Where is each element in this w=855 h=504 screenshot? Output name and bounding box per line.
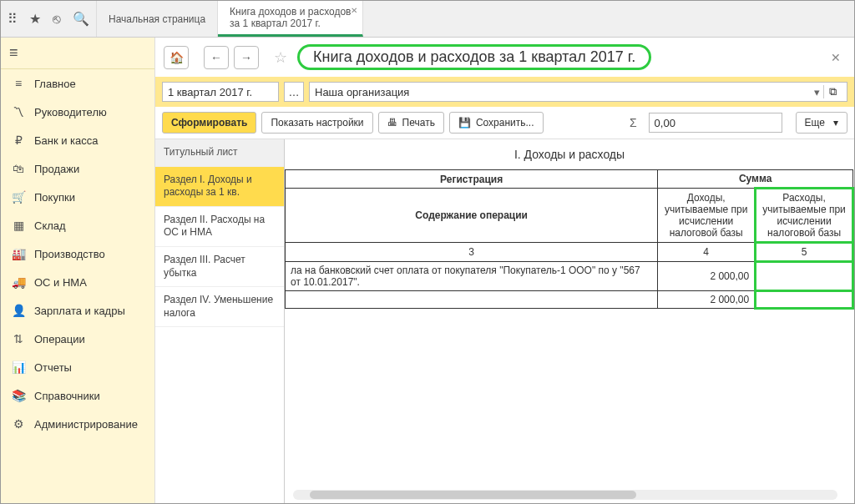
nav-assets[interactable]: 🚚ОС и НМА — [1, 268, 154, 296]
nav-main[interactable]: ≡Главное — [1, 69, 154, 98]
bag-icon: 🛍 — [11, 162, 26, 175]
nav-manager[interactable]: 〽Руководителю — [1, 98, 154, 126]
col-sum: Сумма — [658, 170, 853, 189]
books-icon: 📚 — [11, 389, 26, 402]
tab-report[interactable]: Книга доходов и расходов за 1 квартал 20… — [218, 1, 363, 37]
col-content: Содержание операции — [286, 189, 658, 243]
organization-field[interactable]: Наша организация ▾ ⧉ — [309, 82, 847, 102]
forward-button[interactable]: → — [234, 46, 259, 69]
section-3[interactable]: Раздел III. Расчет убытка — [155, 247, 284, 287]
printer-icon: 🖶 — [387, 117, 397, 129]
period-picker-button[interactable]: … — [284, 82, 304, 102]
col-income: Доходы, учитываемые при исчислении налог… — [658, 189, 756, 243]
nav-admin[interactable]: ⚙Администрирование — [1, 410, 154, 438]
cart-icon: 🛒 — [11, 190, 26, 204]
sigma-icon: Σ — [623, 116, 644, 129]
print-button[interactable]: 🖶Печать — [378, 112, 444, 134]
section-1[interactable]: Раздел I. Доходы и расходы за 1 кв. — [155, 167, 284, 207]
history-icon[interactable]: ⎋ — [53, 12, 61, 27]
save-button[interactable]: 💾Сохранить... — [449, 112, 544, 134]
grid-icon: ▦ — [11, 219, 26, 232]
nav-sales[interactable]: 🛍Продажи — [1, 154, 154, 183]
expand-icon[interactable]: ⧉ — [823, 85, 842, 98]
favorite-icon[interactable]: ☆ — [274, 48, 287, 67]
search-icon[interactable]: 🔍 — [73, 11, 89, 27]
back-button[interactable]: ← — [204, 46, 229, 69]
sum-field[interactable]: 0,00 — [649, 113, 782, 133]
col-num-3: 3 — [286, 243, 658, 262]
nav-operations[interactable]: ⇅Операции — [1, 325, 154, 353]
report-table-area[interactable]: I. Доходы и расходы Регистрация Сумма Со… — [285, 139, 854, 503]
tab-report-label-2: за 1 квартал 2017 г. — [230, 18, 351, 29]
horizontal-scrollbar[interactable] — [293, 490, 837, 500]
cell-income: 2 000,00 — [658, 262, 756, 291]
nav-catalogs[interactable]: 📚Справочники — [1, 381, 154, 410]
home-button[interactable]: 🏠 — [164, 46, 189, 69]
close-page-icon[interactable]: ✕ — [826, 51, 846, 64]
left-nav: ≡ ≡Главное 〽Руководителю ₽Банк и касса 🛍… — [1, 38, 155, 503]
col-expense: Расходы, учитываемые при исчислении нало… — [756, 189, 853, 243]
report-heading: I. Доходы и расходы — [285, 139, 854, 169]
scroll-thumb[interactable] — [310, 491, 636, 499]
col-num-5: 5 — [756, 243, 853, 262]
nav-menu-toggle[interactable]: ≡ — [1, 38, 154, 69]
table-row: ла на банковский счет оплата от покупате… — [286, 262, 853, 291]
show-settings-button[interactable]: Показать настройки — [261, 112, 372, 134]
section-title-page[interactable]: Титульный лист — [155, 139, 284, 167]
dropdown-icon[interactable]: ▾ — [811, 86, 823, 98]
person-icon: 👤 — [11, 304, 26, 317]
close-icon[interactable]: ✕ — [351, 6, 357, 15]
nav-salary[interactable]: 👤Зарплата и кадры — [1, 296, 154, 325]
nav-warehouse[interactable]: ▦Склад — [1, 211, 154, 239]
col-registration: Регистрация — [286, 170, 658, 189]
gear-icon: ⚙ — [11, 417, 26, 431]
tab-report-label-1: Книга доходов и расходов — [230, 6, 351, 18]
generate-button[interactable]: Сформировать — [162, 112, 256, 134]
tab-home[interactable]: Начальная страница — [97, 1, 218, 37]
nav-reports[interactable]: 📊Отчеты — [1, 353, 154, 381]
section-4[interactable]: Раздел IV. Уменьшение налога — [155, 287, 284, 327]
barchart-icon: 📊 — [11, 360, 26, 374]
hamburger-icon: ≡ — [9, 44, 18, 61]
period-field[interactable]: 1 квартал 2017 г. — [162, 82, 279, 102]
col-num-4: 4 — [658, 243, 756, 262]
cell-expense — [756, 262, 853, 291]
list-icon: ≡ — [11, 77, 26, 90]
disk-icon: 💾 — [458, 117, 471, 129]
star-icon[interactable]: ★ — [29, 11, 41, 27]
nav-bank[interactable]: ₽Банк и касса — [1, 126, 154, 154]
nav-production[interactable]: 🏭Производство — [1, 239, 154, 268]
factory-icon: 🏭 — [11, 247, 26, 260]
cell-total-income: 2 000,00 — [658, 291, 756, 309]
arrows-icon: ⇅ — [11, 332, 26, 345]
cell-content: ла на банковский счет оплата от покупате… — [286, 262, 658, 291]
ruble-icon: ₽ — [11, 134, 26, 147]
tab-home-label: Начальная страница — [109, 13, 205, 25]
chevron-down-icon: ▾ — [833, 117, 838, 129]
section-2[interactable]: Раздел II. Расходы на ОС и НМА — [155, 207, 284, 247]
chart-icon: 〽 — [11, 105, 26, 118]
table-total-row: 2 000,00 — [286, 291, 853, 309]
more-button[interactable]: Еще▾ — [796, 112, 847, 134]
page-title: Книга доходов и расходов за 1 квартал 20… — [297, 44, 651, 70]
truck-icon: 🚚 — [11, 275, 26, 289]
apps-icon[interactable]: ⠿ — [8, 11, 18, 27]
nav-purchases[interactable]: 🛒Покупки — [1, 183, 154, 211]
report-table: Регистрация Сумма Содержание операции До… — [285, 169, 854, 310]
cell-total-expense — [756, 291, 853, 309]
